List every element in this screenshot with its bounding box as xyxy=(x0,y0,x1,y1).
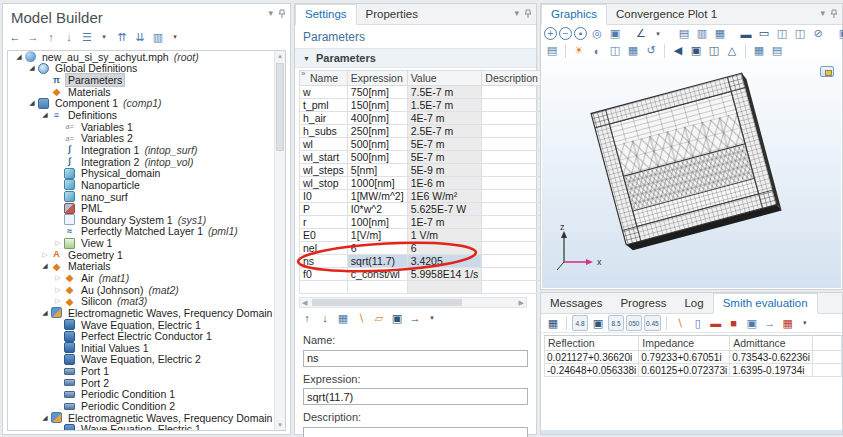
param-cell-description[interactable] xyxy=(482,112,542,125)
precision-auto-icon[interactable]: 4.8 xyxy=(572,315,588,331)
view-all-icon[interactable]: ▣ xyxy=(607,26,623,42)
menu-caret-icon[interactable]: ▾ xyxy=(167,29,183,45)
move-down-icon[interactable]: ↓ xyxy=(317,310,333,326)
expand-toggle-icon[interactable]: ▷ xyxy=(53,286,63,294)
zoom-selected-icon[interactable]: ▪ xyxy=(574,27,587,40)
plot-table-icon[interactable]: ■ xyxy=(726,315,742,331)
param-row-r[interactable]: r100[nm]1E-7 m xyxy=(300,216,542,229)
select-box-icon[interactable]: ▣ xyxy=(688,43,704,59)
param-cell-name[interactable]: I0 xyxy=(300,190,348,203)
zoom-in-icon[interactable]: + xyxy=(544,27,557,40)
evaluation-row[interactable]: 0.021127+0.36620i0.79233+0.67051i0.73543… xyxy=(545,351,842,364)
play-sound-icon[interactable]: ◀ xyxy=(670,43,686,59)
param-cell-description[interactable] xyxy=(482,99,542,112)
tree-item-port-1[interactable]: Port 1 xyxy=(8,365,285,377)
param-cell-name[interactable]: f0 xyxy=(300,268,348,281)
select-through-icon[interactable]: △ xyxy=(724,43,740,59)
tree-item-perfect-electric-conductor-1[interactable]: Perfect Electric Conductor 1 xyxy=(8,330,285,342)
param-cell-expression[interactable]: 100[nm] xyxy=(347,216,407,229)
expand-toggle-icon[interactable]: ◢ xyxy=(40,309,50,317)
parameters-section-header[interactable]: ▼ Parameters xyxy=(295,48,536,68)
description-field[interactable] xyxy=(303,427,528,437)
forward-arrow-icon[interactable]: → xyxy=(25,29,41,45)
tree-scrollbar[interactable]: ▲ ▼ xyxy=(274,51,285,430)
param-cell-value[interactable]: 5E-7 m xyxy=(407,151,482,164)
tree-item-au-johnson[interactable]: ▷◆Au (Johnson)(mat2) xyxy=(8,284,285,296)
param-cell-value[interactable]: 5.9958E14 1/s xyxy=(407,268,482,281)
tree-item-definitions[interactable]: ◢≡Definitions xyxy=(8,109,285,121)
param-row-h_subs[interactable]: h_subs250[nm]2.5E-7 m xyxy=(300,125,542,138)
tree-item-pml[interactable]: PML xyxy=(8,202,285,214)
view-yz-plane-icon[interactable]: ▥ xyxy=(694,26,710,42)
menu-caret-icon[interactable]: ▾ xyxy=(424,310,440,326)
param-cell-expression[interactable]: c_const/wl xyxy=(347,268,407,281)
view-xy-plane-icon[interactable]: ▤ xyxy=(676,26,692,42)
param-cell-expression[interactable]: 150[nm] xyxy=(347,99,407,112)
scroll-up-icon[interactable]: ▲ xyxy=(275,53,285,59)
param-cell-value[interactable]: 5.625E-7 W xyxy=(407,203,482,216)
param-cell-expression[interactable]: 1000[nm] xyxy=(347,177,407,190)
export-table-icon[interactable]: → xyxy=(762,315,778,331)
tree-item-silicon[interactable]: ▷◆Silicon(mat3) xyxy=(8,295,285,307)
tree-item-initial-values-1[interactable]: Initial Values 1 xyxy=(8,342,285,354)
param-cell-description[interactable] xyxy=(482,177,542,190)
param-cell-value[interactable]: 5E-7 m xyxy=(407,138,482,151)
tree-item-materials[interactable]: ◢◆Materials xyxy=(8,261,285,273)
tab-messages[interactable]: Messages xyxy=(541,294,611,313)
transparency-icon[interactable]: ◐ xyxy=(589,43,605,59)
tree-item-periodic-condition-1[interactable]: Periodic Condition 1 xyxy=(8,389,285,401)
param-cell-description[interactable] xyxy=(482,268,542,281)
tree-item-perfectly-matched-layer-1[interactable]: ≈Perfectly Matched Layer 1(pml1) xyxy=(8,226,285,238)
tab-smith-evaluation[interactable]: Smith evaluation xyxy=(713,293,818,314)
pin-icon[interactable] xyxy=(830,9,838,18)
select-adjacent-icon[interactable]: ◫ xyxy=(706,43,722,59)
param-cell-description[interactable] xyxy=(482,151,542,164)
tree-item-physical-domain[interactable]: Physical_domain xyxy=(8,167,285,179)
back-arrow-icon[interactable]: ← xyxy=(7,29,23,45)
expand-toggle-icon[interactable]: ▷ xyxy=(53,274,63,282)
param-cell-value[interactable]: 1E-7 m xyxy=(407,216,482,229)
tree-item-integration-2[interactable]: ∫Integration 2(intop_vol) xyxy=(8,156,285,168)
param-cell-description[interactable] xyxy=(482,242,542,255)
tree-item-wave-equation-electric-1[interactable]: Wave Equation, Electric 1 xyxy=(8,319,285,331)
tree-item-wave-equation-electric-1[interactable]: Wave Equation, Electric 1 xyxy=(8,424,285,432)
tree-item-variables-1[interactable]: a=Variables 1 xyxy=(8,121,285,133)
param-cell-expression[interactable]: 500[nm] xyxy=(347,151,407,164)
column-header-reflection[interactable]: Reflection xyxy=(545,336,639,351)
copy-table-headers-icon[interactable]: ▣ xyxy=(744,315,760,331)
tree-item-port-2[interactable]: Port 2 xyxy=(8,377,285,389)
param-cell-expression[interactable] xyxy=(347,281,407,294)
name-field[interactable] xyxy=(303,350,528,367)
export-menu-icon[interactable]: → xyxy=(407,310,423,326)
param-row-I0[interactable]: I01[MW/m^2]1E6 W/m² xyxy=(300,190,542,203)
column-header-description[interactable]: Description xyxy=(482,71,542,86)
expand-toggle-icon[interactable]: ▷ xyxy=(53,297,63,305)
param-cell-expression[interactable]: sqrt(11.7) xyxy=(347,255,407,268)
expand-toggle-icon[interactable]: ◢ xyxy=(27,99,37,107)
move-down-arrow-icon[interactable]: ↓ xyxy=(61,29,77,45)
param-cell-description[interactable] xyxy=(482,138,542,151)
tab-graphics[interactable]: Graphics xyxy=(541,4,607,25)
param-row-wl_stop[interactable]: wl_stop1000[nm]1E-6 m xyxy=(300,177,542,190)
param-cell-name[interactable]: wl_start xyxy=(300,151,348,164)
param-cell-expression[interactable]: 6 xyxy=(347,242,407,255)
tab-convergence-plot[interactable]: Convergence Plot 1 xyxy=(607,5,726,24)
plot-settings-float-icon[interactable] xyxy=(820,66,834,77)
section-collapse-icon[interactable]: ▼ xyxy=(303,55,310,62)
show-menu-icon[interactable]: ☰ xyxy=(79,29,95,45)
expression-field[interactable] xyxy=(303,388,528,405)
param-cell-value[interactable]: 1E6 W/m² xyxy=(407,190,482,203)
param-cell-expression[interactable]: 5[nm] xyxy=(347,164,407,177)
param-cell-description[interactable] xyxy=(482,125,542,138)
scroll-down-icon[interactable]: ▼ xyxy=(275,422,285,428)
panel-menu-caret-icon[interactable]: ▾ xyxy=(268,8,273,18)
select-region-icon[interactable]: ▬ xyxy=(708,315,724,331)
scene-light-icon[interactable]: ☀ xyxy=(571,43,587,59)
table-format-icon[interactable]: ▦ xyxy=(545,315,561,331)
param-cell-name[interactable]: h_subs xyxy=(300,125,348,138)
expand-toggle-icon[interactable]: ▷ xyxy=(40,251,50,259)
tree-item-materials[interactable]: ◆Materials xyxy=(8,86,285,98)
precision-decimal-icon[interactable]: 0.45 xyxy=(644,315,661,331)
param-cell-value[interactable]: 1 V/m xyxy=(407,229,482,242)
table-graph-menu-icon[interactable]: ▦ xyxy=(780,315,796,331)
